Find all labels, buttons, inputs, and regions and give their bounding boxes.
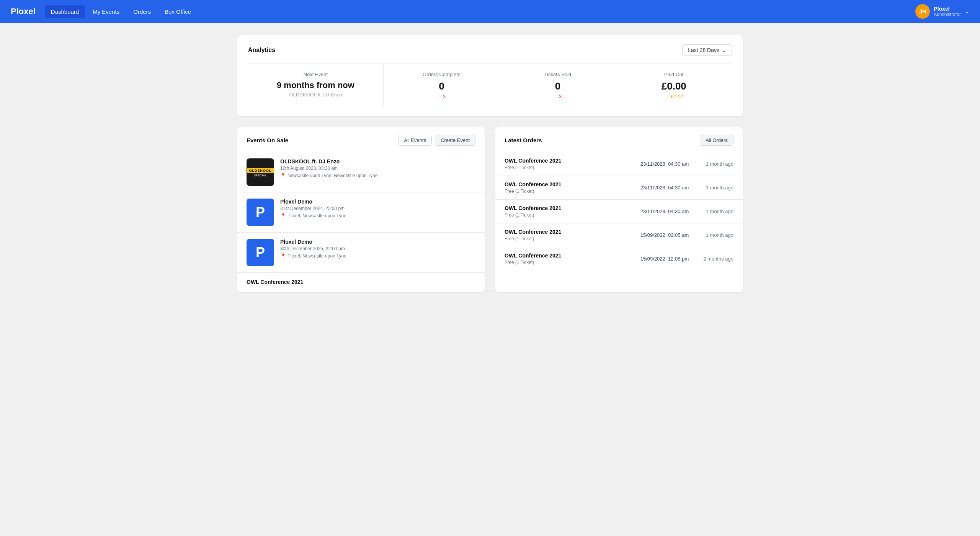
- user-name: Ploxel: [934, 6, 961, 12]
- user-menu[interactable]: JH Ploxel Administrator ⌄: [915, 4, 969, 19]
- app-logo: Ploxel: [11, 7, 36, 16]
- list-item[interactable]: OWL Conference 2021 Free (1 Ticket) 23/1…: [495, 152, 743, 176]
- avatar: JH: [915, 4, 930, 19]
- analytics-card: Analytics Last 28 Days ⌄ Next Event 9 mo…: [237, 35, 743, 116]
- list-item[interactable]: OWL Conference 2021 Free (1 Ticket) 15/0…: [495, 247, 743, 270]
- event-thumbnail: OLDSKOOL SPECIAL: [247, 158, 274, 186]
- stat-paid-out: Paid Out £0.00 — £0.00: [616, 64, 732, 107]
- arrow-down-icon: ↓: [554, 94, 556, 99]
- orders-panel-title: Latest Orders: [505, 137, 542, 143]
- stat-orders-complete: Orders Complete 0 ↓ -3: [384, 64, 500, 107]
- list-item[interactable]: OLDSKOOL SPECIAL OLDSKOOL ft. DJ Enzo 10…: [237, 152, 485, 192]
- all-events-button[interactable]: All Events: [398, 135, 432, 146]
- pin-icon: 📍: [280, 213, 286, 218]
- pin-icon: 📍: [280, 173, 286, 178]
- pin-icon: 📍: [280, 253, 286, 259]
- event-thumbnail: P: [247, 199, 274, 226]
- user-info: Ploxel Administrator: [934, 6, 961, 17]
- nav-item-dashboard[interactable]: Dashboard: [45, 5, 85, 18]
- list-item[interactable]: P Ploxel Demo 30th December 2025, 22:00 …: [237, 232, 485, 272]
- list-item[interactable]: OWL Conference 2021 Free (1 Ticket) 23/1…: [495, 199, 743, 223]
- user-role: Administrator: [934, 12, 961, 17]
- all-orders-button[interactable]: All Orders: [700, 135, 733, 146]
- stat-tickets-sold: Tickets Sold 0 ↓ -3: [500, 64, 616, 107]
- list-item[interactable]: P Ploxel Demo 31st December 2024, 22:00 …: [237, 192, 485, 232]
- tickets-sold-delta: ↓ -3: [510, 94, 605, 99]
- orders-panel: Latest Orders All Orders OWL Conference …: [495, 127, 743, 292]
- nav-item-orders[interactable]: Orders: [127, 5, 157, 18]
- analytics-title: Analytics: [248, 47, 275, 54]
- event-thumbnail: P: [247, 239, 274, 266]
- list-item[interactable]: OWL Conference 2021: [237, 272, 485, 292]
- list-item[interactable]: OWL Conference 2021 Free (1 Ticket) 15/0…: [495, 223, 743, 247]
- nav-item-box-office[interactable]: Box Office: [158, 5, 197, 18]
- navbar: Ploxel Dashboard My Events Orders Box Of…: [0, 0, 980, 23]
- orders-complete-delta: ↓ -3: [394, 94, 489, 99]
- stat-next-event: Next Event 9 months from now OLDSKOOL ft…: [248, 64, 384, 107]
- create-event-button[interactable]: Create Event: [435, 135, 475, 146]
- chevron-down-icon: ⌄: [722, 47, 726, 53]
- arrow-down-icon: ↓: [438, 94, 440, 99]
- events-panel-title: Events On Sale: [247, 137, 288, 143]
- nav-item-my-events[interactable]: My Events: [87, 5, 126, 18]
- chevron-down-icon: ⌄: [965, 8, 969, 15]
- paid-out-delta: — £0.00: [627, 94, 721, 99]
- list-item[interactable]: OWL Conference 2021 Free (1 Ticket) 23/1…: [495, 176, 743, 199]
- date-filter-button[interactable]: Last 28 Days ⌄: [682, 44, 732, 56]
- events-panel: Events On Sale All Events Create Event O…: [237, 127, 485, 292]
